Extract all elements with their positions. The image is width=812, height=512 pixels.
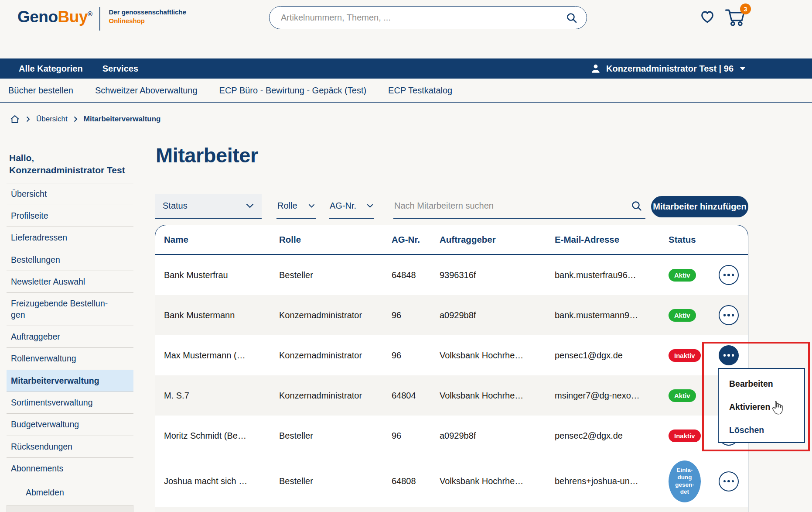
cell-email: pensec2@dgx.de: [555, 431, 669, 441]
cell-name: Bank Mustermann: [164, 310, 279, 320]
sidebar-item-newsletter-auswahl[interactable]: Newsletter Auswahl: [7, 271, 133, 292]
sidebar-item-auftraggeber[interactable]: Auftraggeber: [7, 326, 133, 347]
global-search: [269, 6, 587, 29]
sidebar-item-sortimentsverwaltung[interactable]: Sortimentsverwaltung: [7, 392, 133, 413]
cell-auftraggeber: a0929b8f: [440, 431, 555, 441]
logo-tagline: Der genossenschaftliche Onlineshop: [109, 8, 187, 25]
registered-mark: ®: [88, 10, 92, 17]
row-actions-button[interactable]: [719, 345, 739, 365]
status-cell: Einla- dung gesen- det: [669, 460, 719, 502]
table-row: Joshua macht sich …Besteller64808Volksba…: [155, 456, 748, 507]
status-cell: Inaktiv: [669, 349, 719, 362]
employee-search-input[interactable]: [394, 201, 631, 211]
table-row: Max Mustermann (…Konzernadministrator96V…: [155, 335, 748, 375]
wishlist-button[interactable]: [699, 9, 716, 24]
sidebar-item-übersicht[interactable]: Übersicht: [7, 183, 133, 205]
sidebar-item-rollenverwaltung[interactable]: Rollenverwaltung: [7, 347, 133, 369]
account-menu[interactable]: Konzernadministrator Test | 96: [590, 63, 746, 74]
status-cell: Aktiv: [669, 269, 719, 282]
row-actions-button[interactable]: [719, 471, 739, 491]
cell-rolle: Besteller: [279, 270, 392, 280]
search-icon[interactable]: [566, 12, 578, 24]
global-search-input[interactable]: [281, 13, 566, 23]
home-icon[interactable]: [10, 114, 20, 124]
table-row: Bank MustermannKonzernadministrator96a09…: [155, 295, 748, 335]
status-badge: Inaktiv: [669, 430, 701, 442]
catalog-subnav: Bücher bestellen Schweitzer Aboverwaltun…: [0, 79, 812, 103]
subnav-buecher-bestellen[interactable]: Bücher bestellen: [8, 86, 73, 96]
cell-name: Joshua macht sich …: [164, 476, 279, 486]
page-title: Mitarbeiter: [156, 143, 258, 167]
sidebar-menu: ÜbersichtProfilseiteLieferadressenBestel…: [7, 183, 133, 480]
menu-item-bearbeiten[interactable]: Bearbeiten: [729, 372, 804, 395]
cell-auftraggeber: Volksbank Hochrhe…: [440, 391, 555, 401]
table-row: Bank MusterfrauBesteller648489396316fban…: [155, 255, 748, 295]
mouse-cursor-icon: [771, 400, 785, 416]
cell-agnr: 96: [392, 310, 440, 320]
status-badge: Aktiv: [669, 309, 696, 322]
account-label: Konzernadministrator Test | 96: [606, 64, 734, 74]
sidebar-item-abonnements[interactable]: Abonnements: [7, 457, 133, 479]
status-badge: Aktiv: [669, 389, 696, 402]
cell-rolle: Besteller: [279, 476, 392, 486]
subnav-schweitzer-aboverwaltung[interactable]: Schweitzer Aboverwaltung: [95, 86, 198, 96]
cell-rolle: Konzernadministrator: [279, 391, 392, 401]
cell-auftraggeber: 9396316f: [440, 270, 555, 280]
employee-search: [393, 194, 645, 219]
column-header-status: Status: [669, 234, 719, 245]
brand-logo[interactable]: GenoBuy® Der genossenschaftliche Onlines…: [17, 9, 186, 31]
cell-auftraggeber: Volksbank Hochrhe…: [440, 476, 555, 486]
employee-table: Name Rolle AG-Nr. Auftraggeber E-Mail-Ad…: [155, 225, 748, 512]
cell-name: Bank Musterfrau: [164, 270, 279, 280]
cell-agnr: 64848: [392, 270, 440, 280]
chevron-down-icon: [308, 204, 315, 208]
heart-icon: [699, 9, 716, 24]
row-actions-button[interactable]: [719, 265, 739, 285]
cell-agnr: 96: [392, 431, 440, 441]
sidebar-item-freizugebende-bestellun-gen[interactable]: Freizugebende Bestellun- gen: [7, 292, 133, 326]
logo-divider: [99, 7, 100, 31]
logout-link[interactable]: Abmelden: [26, 488, 64, 498]
search-icon[interactable]: [631, 200, 643, 212]
cart-button[interactable]: 3: [724, 7, 747, 27]
agnr-filter-select[interactable]: AG-Nr.: [329, 194, 374, 219]
status-cell: Inaktiv: [669, 430, 719, 442]
sidebar-item-bestellungen[interactable]: Bestellungen: [7, 249, 133, 271]
next-row-sliver: [155, 507, 748, 512]
chevron-down-icon: [367, 204, 373, 208]
column-header-email: E-Mail-Adresse: [555, 234, 669, 245]
menu-item-loeschen[interactable]: Löschen: [729, 419, 804, 442]
breadcrumb-current: Mitarbeiterverwaltung: [84, 115, 161, 124]
sidebar-item-rücksendungen[interactable]: Rücksendungen: [7, 436, 133, 457]
cell-name: Max Mustermann (…: [164, 350, 279, 361]
row-context-menu: Bearbeiten Aktivieren Löschen: [718, 368, 805, 443]
sidebar-item-mitarbeiterverwaltung[interactable]: Mitarbeiterverwaltung: [7, 370, 133, 392]
chevron-down-icon: [246, 203, 254, 208]
table-row: Moritz Schmidt (Be…Besteller96a0929b8fpe…: [155, 416, 748, 456]
chevron-down-icon: [740, 67, 746, 70]
sidebar-item-lieferadressen[interactable]: Lieferadressen: [7, 227, 133, 248]
status-filter-select[interactable]: Status: [155, 194, 262, 219]
rolle-filter-select[interactable]: Rolle: [276, 194, 316, 219]
menu-item-aktivieren[interactable]: Aktivieren: [729, 395, 804, 419]
breadcrumb-uebersicht[interactable]: Übersicht: [36, 115, 68, 124]
sidebar-item-budgetverwaltung[interactable]: Budgetverwaltung: [7, 413, 133, 435]
add-employee-button[interactable]: Mitarbeiter hinzufügen: [651, 196, 748, 217]
cell-email: bank.mustermann9…: [555, 310, 669, 320]
main-navbar: Alle Kategorien Services Konzernadminist…: [0, 58, 812, 79]
account-sidebar: Hallo, Konzernadministrator Test Übersic…: [7, 152, 133, 498]
filter-bar: Status Rolle AG-Nr. Mitarbeiter hinzufüg…: [155, 194, 748, 219]
subnav-ecp-testkatalog[interactable]: ECP Testkatalog: [388, 86, 452, 96]
nav-services[interactable]: Services: [102, 64, 138, 74]
cell-email: behrens+joshua-un…: [555, 476, 669, 486]
row-actions-button[interactable]: [719, 305, 739, 325]
chevron-right-icon: [26, 116, 30, 122]
sidebar-item-profilseite[interactable]: Profilseite: [7, 205, 133, 227]
breadcrumb: Übersicht Mitarbeiterverwaltung: [10, 114, 160, 124]
status-badge: Einla- dung gesen- det: [669, 460, 701, 502]
subnav-ecp-buero[interactable]: ECP Büro - Bewirtung - Gepäck (Test): [219, 86, 367, 96]
cell-rolle: Konzernadministrator: [279, 350, 392, 361]
cell-auftraggeber: Volksbank Hochrhe…: [440, 350, 555, 361]
sidebar-greeting: Hallo, Konzernadministrator Test: [7, 152, 133, 177]
nav-alle-kategorien[interactable]: Alle Kategorien: [19, 64, 83, 74]
